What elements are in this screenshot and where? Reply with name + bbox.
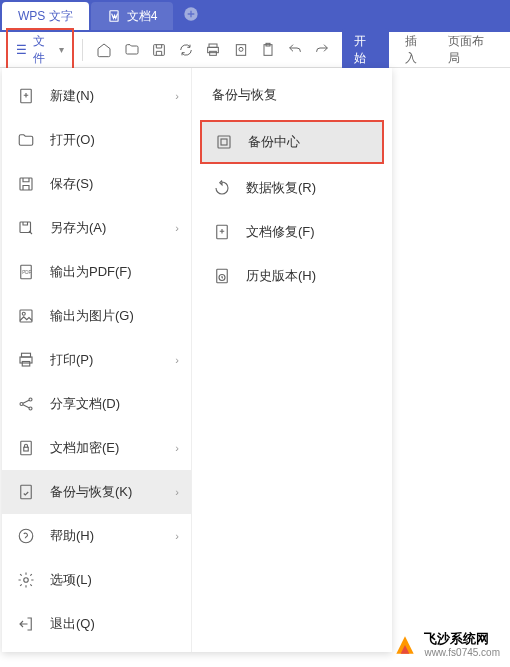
svg-point-20 [20,403,23,406]
menu-encrypt[interactable]: 文档加密(E) › [2,426,191,470]
menu-options[interactable]: 选项(L) [2,558,191,602]
menu-label: 输出为PDF(F) [50,263,132,281]
watermark-title: 飞沙系统网 [424,631,500,647]
hamburger-icon: ☰ [16,43,27,57]
gear-icon [16,570,36,590]
share-icon [16,394,36,414]
menu-label: 打印(P) [50,351,93,369]
ribbon-bar: ☰ 文件 ▾ 开始 插入 页面布局 [0,32,510,68]
svg-rect-12 [20,222,31,233]
menu-label: 另存为(A) [50,219,106,237]
watermark: 飞沙系统网 www.fs0745.com [392,631,500,659]
tab-label: WPS 文字 [18,8,73,25]
submenu-header: 备份与恢复 [192,80,392,118]
menu-label: 文档加密(E) [50,439,119,457]
save-icon [16,174,36,194]
menu-image[interactable]: 输出为图片(G) [2,294,191,338]
file-menu-button[interactable]: ☰ 文件 ▾ [6,28,74,72]
tab-label: 文档4 [127,8,158,25]
paste-icon[interactable] [259,41,276,59]
submenu-label: 文档修复(F) [246,223,315,241]
lock-icon [16,438,36,458]
menu-share[interactable]: 分享文档(D) [2,382,191,426]
watermark-url: www.fs0745.com [424,647,500,659]
folder-icon[interactable] [123,41,140,59]
menu-label: 打开(O) [50,131,95,149]
chevron-right-icon: › [175,90,179,102]
redo-icon[interactable] [314,41,331,59]
folder-open-icon [16,130,36,150]
tab-doc4[interactable]: 文档4 [91,2,174,30]
svg-rect-23 [21,441,32,455]
divider [82,39,83,61]
svg-point-27 [24,578,29,583]
menu-backup[interactable]: 备份与恢复(K) › [2,470,191,514]
print-icon[interactable] [205,41,222,59]
menu-label: 输出为图片(G) [50,307,134,325]
svg-rect-15 [20,310,32,322]
menu-label: 帮助(H) [50,527,94,545]
menu-label: 新建(N) [50,87,94,105]
repair-icon [212,222,232,242]
exit-icon [16,614,36,634]
svg-text:PDF: PDF [22,270,31,275]
pdf-icon: PDF [16,262,36,282]
menu-new[interactable]: 新建(N) › [2,74,191,118]
file-label: 文件 [33,33,55,67]
saveas-icon [16,218,36,238]
menu-help[interactable]: 帮助(H) › [2,514,191,558]
chevron-down-icon: ▾ [59,44,64,55]
menu-print[interactable]: 打印(P) › [2,338,191,382]
new-icon [16,86,36,106]
menu-save[interactable]: 保存(S) [2,162,191,206]
svg-rect-29 [221,139,227,145]
chevron-right-icon: › [175,486,179,498]
chevron-right-icon: › [175,530,179,542]
svg-rect-25 [21,485,32,499]
menu-saveas[interactable]: 另存为(A) › [2,206,191,250]
tab-wps-text[interactable]: WPS 文字 [2,2,89,30]
chevron-right-icon: › [175,222,179,234]
file-menu: 新建(N) › 打开(O) 保存(S) 另存为(A) › PDF 输出为PDF(… [2,68,392,652]
print-icon [16,350,36,370]
home-icon[interactable] [96,41,113,59]
submenu-data-recovery[interactable]: 数据恢复(R) [192,166,392,210]
submenu-history[interactable]: 历史版本(H) [192,254,392,298]
svg-point-22 [29,407,32,410]
backup-icon [16,482,36,502]
svg-rect-3 [209,44,217,47]
submenu-label: 数据恢复(R) [246,179,316,197]
svg-rect-5 [210,51,217,55]
menu-exit[interactable]: 退出(Q) [2,602,191,646]
backup-center-icon [214,132,234,152]
svg-rect-28 [218,136,230,148]
ribbon-tab-start[interactable]: 开始 [342,28,389,72]
svg-point-16 [22,312,25,315]
new-tab-button[interactable] [183,6,199,27]
menu-open[interactable]: 打开(O) [2,118,191,162]
undo-icon[interactable] [287,41,304,59]
submenu-label: 备份中心 [248,133,300,151]
help-icon [16,526,36,546]
svg-rect-11 [20,178,32,190]
preview-icon[interactable] [232,41,249,59]
menu-label: 分享文档(D) [50,395,120,413]
menu-pdf[interactable]: PDF 输出为PDF(F) [2,250,191,294]
ribbon-tab-layout[interactable]: 页面布局 [438,27,504,73]
submenu-doc-repair[interactable]: 文档修复(F) [192,210,392,254]
history-icon [212,266,232,286]
file-menu-left: 新建(N) › 打开(O) 保存(S) 另存为(A) › PDF 输出为PDF(… [2,68,192,652]
chevron-right-icon: › [175,442,179,454]
svg-rect-2 [154,44,165,55]
recovery-icon [212,178,232,198]
svg-rect-24 [24,447,29,451]
watermark-logo-icon [392,632,418,658]
image-icon [16,306,36,326]
refresh-icon[interactable] [178,41,195,59]
save-icon[interactable] [150,41,167,59]
doc-icon [107,9,121,23]
svg-point-21 [29,398,32,401]
submenu-backup-center[interactable]: 备份中心 [200,120,384,164]
ribbon-tab-insert[interactable]: 插入 [395,27,438,73]
menu-label: 备份与恢复(K) [50,483,132,501]
